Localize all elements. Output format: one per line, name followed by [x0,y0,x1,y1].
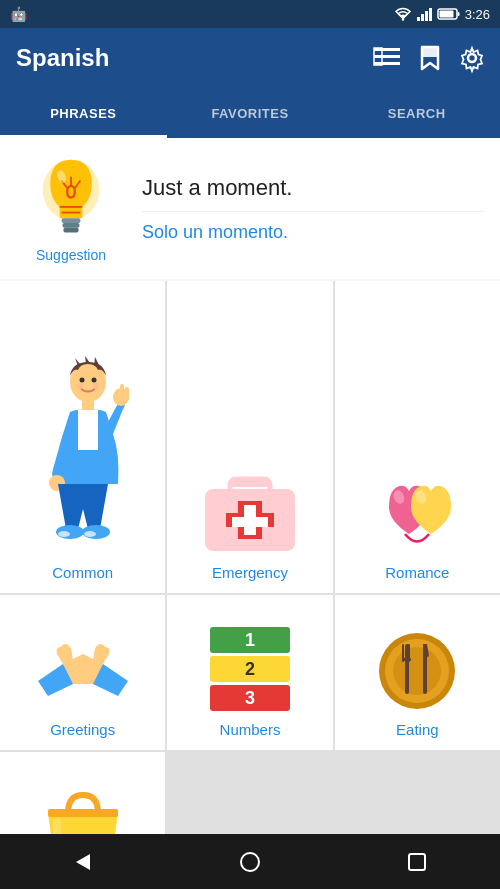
svg-rect-31 [120,384,124,400]
android-icon: 🤖 [10,6,27,22]
svg-point-23 [79,378,84,383]
status-bar: 🤖 3:26 [0,0,500,28]
svg-rect-58 [409,854,425,870]
svg-rect-30 [125,387,129,401]
romance-icon [367,469,467,554]
suggestion-text: Just a moment. Solo un momento. [126,175,484,243]
svg-point-57 [241,853,259,871]
svg-rect-6 [439,11,453,18]
suggestion-label: Suggestion [36,247,106,263]
svg-point-25 [77,383,83,389]
tab-favorites[interactable]: FAVORITES [167,88,334,138]
svg-rect-54 [48,809,118,817]
status-bar-left: 🤖 [10,6,27,22]
svg-point-26 [93,383,99,389]
svg-rect-3 [425,11,428,21]
lightbulb-icon [31,154,111,239]
svg-rect-2 [421,14,424,21]
svg-point-36 [84,531,96,537]
svg-rect-9 [374,55,400,58]
suggestion-card[interactable]: Suggestion Just a moment. Solo un moment… [0,138,500,279]
category-romance[interactable]: Romance [335,281,500,593]
greetings-icon [33,626,133,711]
status-bar-right: 3:26 [394,7,490,22]
svg-rect-28 [78,410,98,450]
svg-rect-27 [82,400,94,410]
greetings-label: Greetings [50,721,115,738]
number-1-block: 1 [210,627,290,653]
category-numbers[interactable]: 1 2 3 Numbers [167,595,332,750]
wifi-icon [394,7,412,21]
eating-icon [367,626,467,711]
recent-button[interactable] [406,851,428,873]
svg-rect-12 [422,47,438,57]
tab-phrases[interactable]: PHRASES [0,88,167,138]
svg-rect-18 [62,218,81,223]
category-greetings[interactable]: Greetings [0,595,165,750]
battery-icon [438,8,460,20]
svg-point-35 [58,531,70,537]
number-2-block: 2 [210,656,290,682]
suggestion-english: Just a moment. [142,175,292,200]
svg-point-48 [393,647,441,695]
suggestion-bulb-area: Suggestion [16,154,126,263]
back-button[interactable] [72,851,94,873]
numbers-label: Numbers [220,721,281,738]
common-icon [28,354,138,554]
top-bar-actions [374,45,484,71]
eating-label: Eating [396,721,439,738]
svg-rect-19 [63,223,80,228]
svg-rect-7 [457,12,459,16]
emergency-icon [200,469,300,554]
svg-rect-41 [230,479,270,487]
svg-rect-4 [429,8,432,21]
suggestion-spanish: Solo un momento. [142,222,288,242]
time-display: 3:26 [465,7,490,22]
common-label: Common [52,564,113,581]
emergency-label: Emergency [212,564,288,581]
top-bar: Spanish [0,28,500,88]
svg-rect-43 [232,517,268,527]
category-emergency[interactable]: Emergency [167,281,332,593]
category-common[interactable]: Common [0,281,165,593]
signal-icon [417,7,433,21]
tabs-bar: PHRASES FAVORITES SEARCH [0,88,500,138]
romance-label: Romance [385,564,449,581]
number-3-block: 3 [210,685,290,711]
bookmark-icon[interactable] [420,45,440,71]
home-button[interactable] [239,851,261,873]
app-title: Spanish [16,44,109,72]
numbers-icon: 1 2 3 [210,627,290,711]
svg-point-24 [91,378,96,383]
bottom-navigation [0,834,500,889]
category-grid: Common Emergency [0,281,500,889]
svg-rect-1 [417,17,420,21]
category-eating[interactable]: Eating [335,595,500,750]
svg-rect-20 [63,228,78,233]
settings-icon[interactable] [460,46,484,70]
svg-marker-56 [76,854,90,870]
tab-search[interactable]: SEARCH [333,88,500,138]
svg-point-0 [401,18,403,20]
svg-point-13 [468,54,476,62]
list-icon[interactable] [374,48,400,68]
svg-rect-52 [403,658,411,661]
